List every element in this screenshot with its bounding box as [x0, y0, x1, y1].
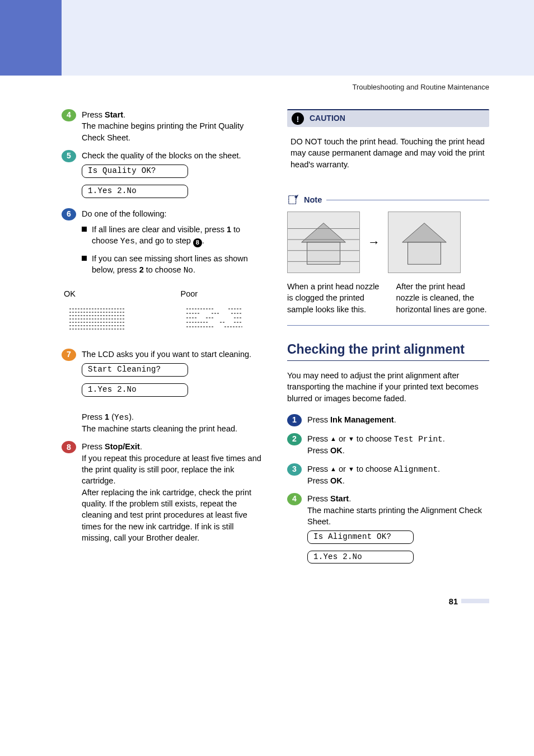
step-5: 5 Check the quality of the blocks on the… [62, 150, 264, 201]
text: to choose [354, 464, 394, 473]
text: ( [109, 412, 114, 421]
step-bullet-6: 6 [62, 208, 76, 220]
arrow-icon: → [368, 234, 380, 251]
step-bullet-3: 3 [287, 463, 302, 476]
text: The LCD asks you if you want to start cl… [82, 350, 251, 359]
breadcrumb: Troubleshooting and Routine Maintenance [0, 76, 534, 92]
up-triangle-icon: ▲ [330, 435, 336, 442]
step-bullet-2: 2 [287, 433, 302, 445]
step-bullet-4: 4 [287, 493, 302, 505]
lcd-quality: Is Quality OK? [82, 165, 188, 178]
text: The machine begins printing the Print Qu… [82, 121, 243, 142]
house-clean-icon [388, 212, 461, 273]
text: If all lines are clear and visible, pres… [92, 225, 227, 234]
align-step-4: 4 Press Start. The machine starts printi… [287, 493, 489, 567]
page-number: 81 [62, 596, 489, 607]
text: . [438, 464, 440, 473]
text: The machine starts cleaning the print he… [82, 424, 237, 433]
page-number-bar [461, 599, 489, 603]
text: , and go to step [135, 236, 193, 245]
text: . [140, 442, 142, 451]
right-column: ! CAUTION DO NOT touch the print head. T… [287, 109, 489, 574]
option-test-print: Test Print [394, 435, 443, 444]
note-images: → [287, 212, 489, 273]
up-triangle-icon: ▲ [330, 466, 336, 472]
svg-rect-30 [408, 242, 441, 264]
step-4: 4 Press Start. The machine begins printi… [62, 109, 264, 143]
text: Check the quality of the blocks on the s… [82, 151, 241, 160]
text: Press [307, 415, 330, 424]
key-stop-exit: Stop/Exit [105, 442, 140, 451]
key-start: Start [330, 494, 349, 503]
step-bullet-8: 8 [62, 441, 76, 453]
text: . [193, 265, 195, 274]
text: Press [307, 446, 330, 455]
step-bullet-1: 1 [287, 414, 302, 426]
text: . [202, 236, 204, 245]
sample-ok-icon [64, 303, 131, 337]
key-2: 2 [139, 265, 144, 274]
section-intro: You may need to adjust the print alignme… [287, 370, 489, 404]
note-label: Note [304, 194, 322, 205]
note-header: Note [287, 194, 489, 206]
header-bg [0, 0, 534, 76]
text: . [123, 110, 125, 119]
align-step-3: 3 Press ▲ or ▼ to choose Alignment. Pres… [287, 463, 489, 487]
page-header-band [0, 0, 534, 76]
lcd-start-cleaning: Start Cleaning? [82, 363, 188, 377]
left-column: 4 Press Start. The machine begins printi… [62, 109, 264, 574]
caution-icon: ! [292, 112, 304, 125]
option-alignment: Alignment [394, 465, 438, 474]
page-content: 4 Press Start. The machine begins printi… [0, 92, 534, 641]
step-7: 7 The LCD asks you if you want to start … [62, 349, 264, 434]
step-bullet-7: 7 [62, 349, 76, 361]
lcd-yesno: 1.Yes 2.No [307, 551, 414, 564]
text: The machine starts printing the Alignmen… [307, 506, 482, 526]
svg-rect-23 [307, 242, 340, 264]
bullet-list: If all lines are clear and visible, pres… [82, 224, 264, 276]
lcd-yesno: 1.Yes 2.No [82, 383, 188, 397]
key-1: 1 [105, 412, 109, 421]
lcd-yesno: 1.Yes 2.No [82, 185, 188, 198]
text: Do one of the following: [82, 209, 167, 218]
section-title: Checking the print alignment [287, 340, 489, 361]
down-triangle-icon: ▼ [348, 435, 354, 442]
step-bullet-4: 4 [62, 109, 76, 121]
list-item: If all lines are clear and visible, pres… [82, 224, 264, 247]
sample-poor-icon [181, 303, 248, 337]
note-end-rule [287, 325, 489, 326]
option-no: No [184, 266, 193, 275]
text: Press [82, 110, 105, 119]
text: . [349, 494, 351, 503]
option-yes: Yes [120, 237, 135, 246]
text: or [336, 464, 348, 473]
note-icon [287, 194, 299, 206]
list-item: If you can see missing short lines as sh… [82, 253, 264, 276]
caution-label: CAUTION [310, 113, 345, 124]
text: . [394, 415, 396, 424]
step-bullet-5: 5 [62, 150, 76, 162]
label-ok: OK [64, 288, 147, 299]
key-1: 1 [227, 225, 231, 234]
text: ). [129, 412, 134, 421]
label-poor: Poor [181, 288, 264, 299]
note-captions: When a print head nozzle is clogged the … [287, 281, 489, 315]
text: Press [307, 464, 330, 473]
option-yes: Yes [114, 413, 129, 422]
text: Press [307, 476, 330, 485]
key-ink-management: Ink Management [330, 415, 394, 424]
text: . [343, 476, 345, 485]
text: to choose [354, 434, 394, 443]
note-rule [326, 200, 489, 200]
caption-right: After the print head nozzle is cleaned, … [396, 281, 490, 315]
ok-poor-samples: OK Poor [62, 288, 264, 340]
text: Press [82, 442, 105, 451]
caution-header: ! CAUTION [287, 109, 489, 127]
page-number-value: 81 [449, 597, 458, 606]
house-clogged-icon [287, 212, 360, 273]
text: Press [307, 434, 330, 443]
step-ref-8: 8 [193, 238, 202, 247]
key-ok: OK [330, 476, 343, 485]
text: . [343, 446, 345, 455]
step-6: 6 Do one of the following: If all lines … [62, 208, 264, 282]
